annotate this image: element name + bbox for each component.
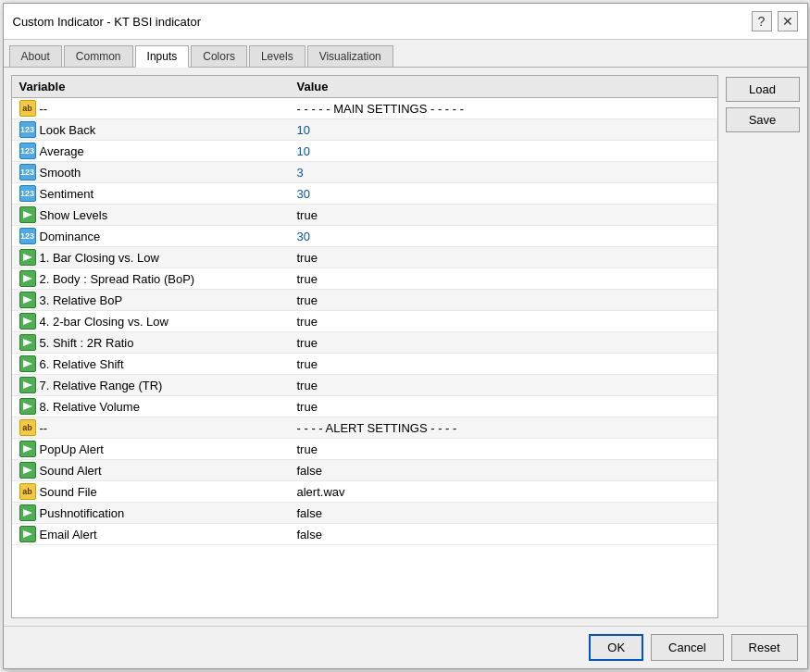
- ok-button[interactable]: OK: [589, 634, 643, 661]
- variable-label: 4. 2-bar Closing vs. Low: [40, 315, 168, 329]
- variable-label: 8. Relative Volume: [40, 400, 140, 414]
- table-row[interactable]: ab--- - - - ALERT SETTINGS - - - -: [12, 417, 717, 439]
- title-bar-buttons: ? ✕: [752, 11, 798, 31]
- variable-label: 5. Shift : 2R Ratio: [40, 336, 134, 350]
- variable-cell: abSound File: [12, 481, 290, 503]
- table-row[interactable]: abSound Filealert.wav: [12, 481, 717, 503]
- variable-cell: PopUp Alert: [12, 439, 290, 460]
- value-cell: - - - - - MAIN SETTINGS - - - - -: [290, 98, 717, 119]
- value-cell: false: [290, 503, 717, 524]
- variable-label: Average: [40, 144, 84, 158]
- variable-cell: 8. Relative Volume: [12, 396, 290, 417]
- table-row[interactable]: Sound Alertfalse: [12, 460, 717, 481]
- value-cell: 10: [290, 119, 717, 141]
- svg-marker-6: [23, 360, 32, 367]
- arrow-icon: [19, 270, 36, 287]
- value-cell: - - - - ALERT SETTINGS - - - -: [290, 417, 717, 439]
- variable-label: Email Alert: [40, 528, 97, 541]
- table-container: Variable Value ab--- - - - - MAIN SETTIN…: [11, 75, 718, 618]
- variable-cell: 2. Body : Spread Ratio (BoP): [12, 268, 290, 290]
- variable-cell: Sound Alert: [12, 460, 290, 481]
- table-row[interactable]: 123Average10: [12, 141, 717, 162]
- title-bar: Custom Indicator - KT BSI indicator ? ✕: [4, 4, 807, 40]
- variable-label: 7. Relative Range (TR): [40, 379, 163, 392]
- value-cell: true: [290, 332, 717, 354]
- table-row[interactable]: Show Levelstrue: [12, 205, 717, 226]
- variable-cell: 4. 2-bar Closing vs. Low: [12, 311, 290, 332]
- tab-levels[interactable]: Levels: [249, 45, 305, 67]
- value-cell: alert.wav: [290, 481, 717, 503]
- table-row[interactable]: 5. Shift : 2R Ratiotrue: [12, 332, 717, 354]
- svg-marker-8: [23, 403, 32, 410]
- svg-marker-4: [23, 317, 32, 325]
- value-cell: true: [290, 311, 717, 332]
- variable-cell: 123Look Back: [12, 119, 290, 141]
- table-row[interactable]: 6. Relative Shifttrue: [12, 354, 717, 375]
- value-cell: true: [290, 354, 717, 375]
- tab-inputs[interactable]: Inputs: [135, 45, 190, 68]
- arrow-icon: [19, 313, 36, 330]
- tab-visualization[interactable]: Visualization: [307, 45, 393, 67]
- close-button[interactable]: ✕: [778, 11, 798, 31]
- numeric-icon: 123: [19, 185, 36, 202]
- variable-label: Show Levels: [40, 208, 108, 222]
- variable-cell: Show Levels: [12, 205, 290, 226]
- table-row[interactable]: 123Sentiment30: [12, 183, 717, 205]
- variable-cell: ab--: [12, 417, 290, 439]
- svg-marker-1: [23, 254, 32, 261]
- numeric-icon: 123: [19, 164, 36, 180]
- table-row[interactable]: 123Smooth3: [12, 162, 717, 183]
- svg-marker-10: [23, 467, 32, 474]
- footer: OK Cancel Reset: [4, 626, 807, 668]
- svg-marker-11: [23, 509, 32, 516]
- variable-cell: Email Alert: [12, 524, 290, 545]
- table-row[interactable]: Pushnotificationfalse: [12, 503, 717, 524]
- tab-common[interactable]: Common: [64, 45, 133, 67]
- svg-marker-3: [23, 296, 32, 304]
- arrow-icon: [19, 462, 36, 479]
- inputs-table: Variable Value ab--- - - - - MAIN SETTIN…: [12, 76, 717, 545]
- svg-marker-2: [23, 275, 32, 282]
- arrow-icon: [19, 377, 36, 393]
- table-row[interactable]: 2. Body : Spread Ratio (BoP)true: [12, 268, 717, 290]
- cancel-button[interactable]: Cancel: [651, 634, 723, 661]
- variable-label: 1. Bar Closing vs. Low: [40, 251, 159, 265]
- dialog: Custom Indicator - KT BSI indicator ? ✕ …: [3, 3, 808, 669]
- tab-colors[interactable]: Colors: [191, 45, 247, 67]
- variable-cell: 123Average: [12, 141, 290, 162]
- help-button[interactable]: ?: [752, 11, 772, 31]
- tab-about[interactable]: About: [9, 45, 62, 67]
- ab-icon: ab: [19, 100, 36, 117]
- variable-label: --: [40, 102, 48, 116]
- tabs-container: AboutCommonInputsColorsLevelsVisualizati…: [4, 40, 807, 68]
- table-row[interactable]: 4. 2-bar Closing vs. Lowtrue: [12, 311, 717, 332]
- save-button[interactable]: Save: [726, 107, 800, 132]
- table-row[interactable]: Email Alertfalse: [12, 524, 717, 545]
- table-row[interactable]: 123Dominance30: [12, 226, 717, 247]
- load-button[interactable]: Load: [726, 77, 800, 102]
- value-cell: true: [290, 396, 717, 417]
- variable-cell: 7. Relative Range (TR): [12, 375, 290, 396]
- variable-label: Sound File: [40, 485, 97, 499]
- variable-cell: Pushnotification: [12, 503, 290, 524]
- table-row[interactable]: 3. Relative BoPtrue: [12, 290, 717, 311]
- table-row[interactable]: 8. Relative Volumetrue: [12, 396, 717, 417]
- variable-label: PopUp Alert: [40, 442, 104, 456]
- arrow-icon: [19, 526, 36, 542]
- arrow-icon: [19, 249, 36, 266]
- variable-label: 3. Relative BoP: [40, 293, 123, 307]
- numeric-icon: 123: [19, 121, 36, 138]
- table-row[interactable]: 7. Relative Range (TR)true: [12, 375, 717, 396]
- table-row[interactable]: PopUp Alerttrue: [12, 439, 717, 460]
- table-row[interactable]: ab--- - - - - MAIN SETTINGS - - - - -: [12, 98, 717, 119]
- reset-button[interactable]: Reset: [731, 634, 798, 661]
- value-cell: true: [290, 439, 717, 460]
- value-cell: 30: [290, 226, 717, 247]
- value-cell: false: [290, 524, 717, 545]
- svg-marker-5: [23, 339, 32, 346]
- table-row[interactable]: 1. Bar Closing vs. Lowtrue: [12, 247, 717, 268]
- variable-label: --: [40, 421, 48, 435]
- table-row[interactable]: 123Look Back10: [12, 119, 717, 141]
- svg-marker-12: [23, 530, 32, 538]
- value-cell: true: [290, 268, 717, 290]
